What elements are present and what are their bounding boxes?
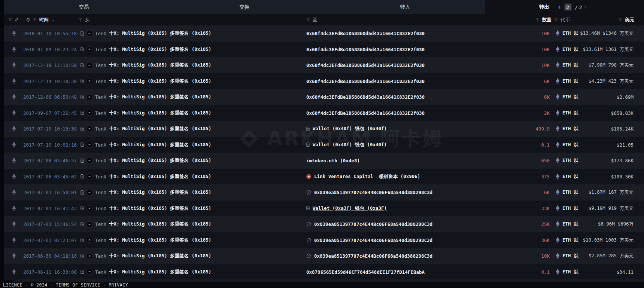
token-cell[interactable]: ETH 以	[556, 205, 578, 211]
to-cell[interactable]: 0x60f4dc3EFdBe1D5886Dd5d43a16641C832E2f0…	[306, 78, 425, 84]
token-cell[interactable]: ETH 以	[556, 62, 578, 68]
to-cell[interactable]: 0x60f4dc3EFdBe1D5886Dd5d43a16641C832E2f0…	[306, 46, 425, 52]
footer-links[interactable]: LICENCE - © 2024 - TERMS OF SERVICE - PR…	[3, 282, 128, 288]
from-entity-name[interactable]: TenX	[95, 110, 106, 116]
token-cell[interactable]: ETH 以	[556, 221, 578, 227]
from-entity-label[interactable]: 十X: MultiSig (0x185) 多重签名 (0x185)	[109, 46, 211, 52]
to-cell[interactable]: 0x839ea851397707c4E44Bc06F68a540d388298C…	[306, 221, 432, 227]
from-entity-label[interactable]: 十X: MultiSig (0x185) 多重签名 (0x185)	[109, 30, 211, 37]
tab-transactions[interactable]: 交易	[4, 0, 164, 14]
from-cell[interactable]: ∞ TenX 十X: MultiSig (0x185) 多重签名 (0x185)	[80, 62, 211, 68]
from-cell[interactable]: ∞ TenX 十X: MultiSig (0x185) 多重签名 (0x185)	[80, 157, 211, 164]
token-cell[interactable]: ETH 以	[556, 30, 578, 37]
token-symbol[interactable]: ETH 以	[562, 78, 578, 84]
tx-date-link[interactable]: 2017-09-07 07:26:45	[23, 110, 77, 116]
from-cell[interactable]: ∞ TenX 十X: MultiSig (0x185) 多重签名 (0x185)	[80, 173, 211, 180]
to-address-text[interactable]: 0x60f4dc3EFdBe1D5886Dd5d43a16641C832E2f0…	[306, 94, 425, 100]
from-entity-label[interactable]: 十X: MultiSig (0x185) 多重签名 (0x185)	[109, 269, 211, 275]
filter-icon[interactable]	[554, 18, 558, 22]
from-cell[interactable]: ∞ TenX 十X: MultiSig (0x185) 多重签名 (0x185)	[80, 205, 211, 211]
table-row[interactable]: 2017-09-07 07:26:45 ∞ TenX 十X: MultiSig …	[4, 105, 644, 121]
from-entity-label[interactable]: 十X: MultiSig (0x185) 多重签名 (0x185)	[109, 141, 211, 148]
tx-date-link[interactable]: 2018-01-09 10:23:24	[23, 46, 77, 52]
from-entity-name[interactable]: TenX	[95, 31, 106, 36]
from-entity-label[interactable]: 十X: MultiSig (0x185) 多重签名 (0x185)	[109, 157, 211, 164]
to-address-text[interactable]: Link Ventures Capital 领创资本 (0x906)	[314, 173, 420, 180]
link-icon[interactable]	[15, 18, 19, 22]
tab-inflows[interactable]: 转入	[325, 0, 485, 14]
token-cell[interactable]: ETH 以	[556, 110, 578, 116]
from-entity-label[interactable]: 十X: MultiSig (0x185) 多重签名 (0x185)	[109, 173, 211, 180]
table-row[interactable]: 2018-01-09 10:23:24 ∞ TenX 十X: MultiSig …	[4, 42, 644, 58]
from-entity-label[interactable]: 十X: MultiSig (0x185) 多重签名 (0x185)	[109, 253, 211, 259]
to-address-text[interactable]: 0x839ea851397707c4E44Bc06F68a540d388298C…	[314, 253, 432, 259]
chevron-down-icon[interactable]: ▾	[52, 18, 54, 22]
from-entity-name[interactable]: TenX	[95, 94, 106, 100]
from-entity-name[interactable]: TenX	[95, 46, 106, 52]
tx-date-link[interactable]: 2017-07-03 16:41:43	[23, 205, 77, 211]
table-row[interactable]: 2018-01-10 10:55:18 ∞ TenX 十X: MultiSig …	[4, 25, 644, 42]
header-to[interactable]: 至	[313, 17, 318, 23]
header-from[interactable]: 从	[85, 17, 90, 23]
filter-icon[interactable]	[306, 18, 310, 22]
token-symbol[interactable]: ETH 以	[562, 205, 578, 211]
to-address-text[interactable]: 0x60f4dc3EFdBe1D5886Dd5d43a16641C832E2f0…	[306, 31, 425, 36]
token-cell[interactable]: ETH 以	[556, 46, 578, 52]
token-cell[interactable]: ETH 以	[556, 253, 578, 259]
to-cell[interactable]: 0x60f4dc3EFdBe1D5886Dd5d43a16641C832E2f0…	[306, 31, 425, 36]
from-cell[interactable]: ∞ TenX 十X: MultiSig (0x185) 多重签名 (0x185)	[80, 94, 211, 100]
table-row[interactable]: 2017-07-06 03:46:37 ∞ TenX 十X: MultiSig …	[4, 153, 644, 169]
token-symbol[interactable]: ETH 以	[562, 269, 578, 275]
tx-date-link[interactable]: 2017-07-10 10:02:16	[23, 142, 77, 147]
from-entity-name[interactable]: TenX	[95, 158, 106, 163]
to-address-text[interactable]: 0x839ea851397707c4E44Bc06F68a540d388298C…	[314, 237, 432, 243]
from-entity-name[interactable]: TenX	[95, 269, 106, 275]
token-symbol[interactable]: ETH 以	[562, 110, 578, 116]
to-address-text[interactable]: Wallet (0x40f) 钱包 (0x40f)	[313, 126, 387, 132]
token-symbol[interactable]: ETH 以	[562, 126, 578, 132]
to-cell[interactable]: 0x839ea851397707c4E44Bc06F68a540d388298C…	[306, 237, 432, 243]
from-entity-name[interactable]: TenX	[95, 126, 106, 132]
tx-date-link[interactable]: 2017-06-11 16:33:06	[23, 269, 77, 275]
token-cell[interactable]: ETH 以	[556, 141, 578, 148]
from-entity-label[interactable]: 十X: MultiSig (0x185) 多重签名 (0x185)	[109, 189, 211, 196]
to-cell[interactable]: 0x839ea851397707c4E44Bc06F68a540d388298C…	[306, 253, 432, 259]
token-symbol[interactable]: ETH 以	[562, 62, 578, 68]
from-cell[interactable]: ∞ TenX 十X: MultiSig (0x185) 多重签名 (0x185)	[80, 78, 211, 84]
from-cell[interactable]: ∞ TenX 十X: MultiSig (0x185) 多重签名 (0x185)	[80, 126, 211, 132]
token-cell[interactable]: ETH 以	[556, 94, 578, 100]
page-prev-chevron-icon[interactable]: ‹	[556, 4, 563, 10]
tab-swaps[interactable]: 交换	[164, 0, 325, 14]
to-cell[interactable]: 0x839ea851397707c4E44Bc06F68a540d388298C…	[306, 190, 432, 195]
from-entity-label[interactable]: 十X: MultiSig (0x185) 多重签名 (0x185)	[109, 237, 211, 243]
table-row[interactable]: 2017-07-03 02:23:07 ∞ TenX 十X: MultiSig …	[4, 232, 644, 248]
table-row[interactable]: 2017-07-06 03:45:02 ∞ TenX 十X: MultiSig …	[4, 169, 644, 185]
header-usd[interactable]: 美元	[625, 17, 634, 23]
to-address-text[interactable]: 0x60f4dc3EFdBe1D5886Dd5d43a16641C832E2f0…	[306, 78, 425, 84]
to-cell[interactable]: Link Ventures Capital 领创资本 (0x906)	[306, 173, 420, 180]
from-entity-label[interactable]: 十X: MultiSig (0x185) 多重签名 (0x185)	[109, 205, 211, 211]
from-cell[interactable]: ∞ TenX 十X: MultiSig (0x185) 多重签名 (0x185)	[80, 189, 211, 196]
from-entity-name[interactable]: TenX	[95, 205, 106, 211]
to-cell[interactable]: 0x60f4dc3EFdBe1D5886Dd5d43a16641C832E2f0…	[306, 110, 425, 116]
from-cell[interactable]: ∞ TenX 十X: MultiSig (0x185) 多重签名 (0x185)	[80, 237, 211, 243]
tab-outflows[interactable]: 转出	[539, 4, 549, 10]
to-address-text[interactable]: 0x8796565Ed59d46CF784d548dEE1F27fD14FEBa…	[306, 269, 425, 275]
token-symbol[interactable]: ETH 以	[562, 189, 578, 196]
header-token[interactable]: 代币	[561, 17, 570, 23]
from-entity-label[interactable]: 十X: MultiSig (0x185) 多重签名 (0x185)	[109, 221, 211, 227]
from-entity-name[interactable]: TenX	[95, 78, 106, 84]
to-address-text[interactable]: Wallet (0xa3F) 钱包 (0xa3F)	[313, 205, 387, 211]
token-symbol[interactable]: ETH 以	[562, 94, 578, 100]
from-cell[interactable]: ∞ TenX 十X: MultiSig (0x185) 多重签名 (0x185)	[80, 221, 211, 227]
to-cell[interactable]: Wallet (0x40f) 钱包 (0x40f)	[306, 141, 387, 148]
tx-date-link[interactable]: 2017-12-06 06:50:48	[23, 94, 77, 100]
tx-date-link[interactable]: 2017-06-30 04:18:10	[23, 253, 77, 259]
from-entity-label[interactable]: 十X: MultiSig (0x185) 多重签名 (0x185)	[109, 94, 211, 100]
from-entity-label[interactable]: 十X: MultiSig (0x185) 多重签名 (0x185)	[109, 62, 211, 68]
token-symbol[interactable]: ETH 以	[562, 173, 578, 180]
table-row[interactable]: 2017-07-03 15:46:54 ∞ TenX 十X: MultiSig …	[4, 216, 644, 232]
token-cell[interactable]: ETH 以	[556, 157, 578, 164]
tx-date-link[interactable]: 2017-07-06 03:45:02	[23, 174, 77, 179]
token-symbol[interactable]: ETH 以	[562, 30, 578, 37]
